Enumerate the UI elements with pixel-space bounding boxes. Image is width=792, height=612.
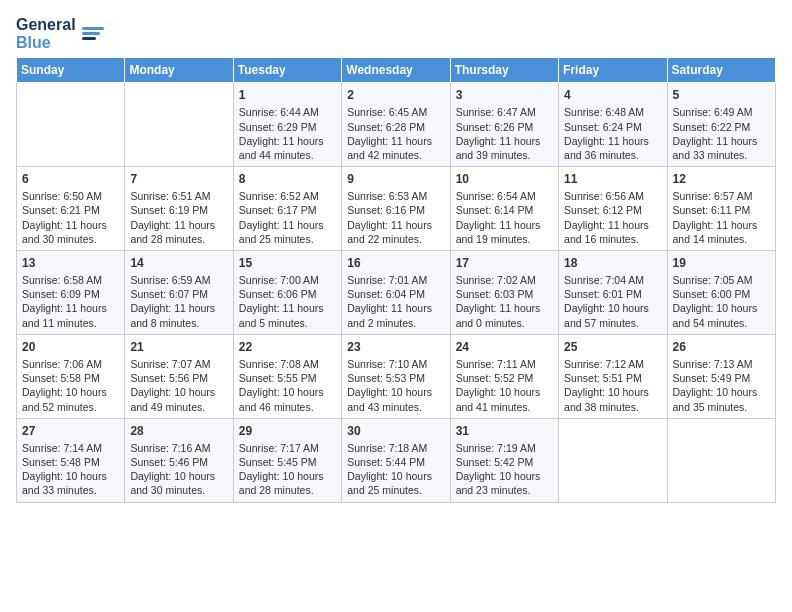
sunset-text: Sunset: 5:44 PM [347,455,444,469]
daylight-text: Daylight: 10 hours and 57 minutes. [564,301,661,329]
sunrise-text: Sunrise: 6:45 AM [347,105,444,119]
calendar-cell: 12Sunrise: 6:57 AMSunset: 6:11 PMDayligh… [667,167,775,251]
sunset-text: Sunset: 6:09 PM [22,287,119,301]
calendar-cell: 5Sunrise: 6:49 AMSunset: 6:22 PMDaylight… [667,83,775,167]
day-number: 10 [456,171,553,187]
sunset-text: Sunset: 5:49 PM [673,371,770,385]
day-number: 6 [22,171,119,187]
calendar-cell: 16Sunrise: 7:01 AMSunset: 6:04 PMDayligh… [342,250,450,334]
sunset-text: Sunset: 6:00 PM [673,287,770,301]
day-number: 19 [673,255,770,271]
calendar-cell: 10Sunrise: 6:54 AMSunset: 6:14 PMDayligh… [450,167,558,251]
day-number: 16 [347,255,444,271]
day-number: 12 [673,171,770,187]
sunset-text: Sunset: 5:55 PM [239,371,336,385]
daylight-text: Daylight: 11 hours and 19 minutes. [456,218,553,246]
sunset-text: Sunset: 5:48 PM [22,455,119,469]
sunrise-text: Sunrise: 7:07 AM [130,357,227,371]
sunset-text: Sunset: 5:58 PM [22,371,119,385]
daylight-text: Daylight: 11 hours and 5 minutes. [239,301,336,329]
sunset-text: Sunset: 5:56 PM [130,371,227,385]
day-number: 11 [564,171,661,187]
day-number: 14 [130,255,227,271]
daylight-text: Daylight: 11 hours and 33 minutes. [673,134,770,162]
sunrise-text: Sunrise: 7:05 AM [673,273,770,287]
calendar-cell: 13Sunrise: 6:58 AMSunset: 6:09 PMDayligh… [17,250,125,334]
sunset-text: Sunset: 6:12 PM [564,203,661,217]
daylight-text: Daylight: 11 hours and 28 minutes. [130,218,227,246]
daylight-text: Daylight: 10 hours and 49 minutes. [130,385,227,413]
sunrise-text: Sunrise: 7:19 AM [456,441,553,455]
daylight-text: Daylight: 11 hours and 16 minutes. [564,218,661,246]
page: General Blue SundayMondayTuesdayWednesda… [0,0,792,612]
calendar-cell: 9Sunrise: 6:53 AMSunset: 6:16 PMDaylight… [342,167,450,251]
calendar-week-row: 20Sunrise: 7:06 AMSunset: 5:58 PMDayligh… [17,334,776,418]
sunset-text: Sunset: 6:19 PM [130,203,227,217]
sunset-text: Sunset: 6:28 PM [347,120,444,134]
sunrise-text: Sunrise: 7:00 AM [239,273,336,287]
day-number: 5 [673,87,770,103]
day-number: 29 [239,423,336,439]
daylight-text: Daylight: 10 hours and 54 minutes. [673,301,770,329]
calendar-cell: 27Sunrise: 7:14 AMSunset: 5:48 PMDayligh… [17,418,125,502]
day-number: 17 [456,255,553,271]
daylight-text: Daylight: 11 hours and 22 minutes. [347,218,444,246]
sunset-text: Sunset: 6:14 PM [456,203,553,217]
sunset-text: Sunset: 6:03 PM [456,287,553,301]
calendar-cell: 19Sunrise: 7:05 AMSunset: 6:00 PMDayligh… [667,250,775,334]
sunrise-text: Sunrise: 7:11 AM [456,357,553,371]
calendar-cell: 22Sunrise: 7:08 AMSunset: 5:55 PMDayligh… [233,334,341,418]
sunrise-text: Sunrise: 7:08 AM [239,357,336,371]
daylight-text: Daylight: 10 hours and 43 minutes. [347,385,444,413]
sunset-text: Sunset: 6:22 PM [673,120,770,134]
calendar-cell: 15Sunrise: 7:00 AMSunset: 6:06 PMDayligh… [233,250,341,334]
calendar-week-row: 27Sunrise: 7:14 AMSunset: 5:48 PMDayligh… [17,418,776,502]
day-number: 3 [456,87,553,103]
day-number: 2 [347,87,444,103]
day-number: 18 [564,255,661,271]
header: General Blue [16,10,776,51]
daylight-text: Daylight: 10 hours and 46 minutes. [239,385,336,413]
calendar-cell: 8Sunrise: 6:52 AMSunset: 6:17 PMDaylight… [233,167,341,251]
day-number: 27 [22,423,119,439]
day-number: 25 [564,339,661,355]
sunrise-text: Sunrise: 7:10 AM [347,357,444,371]
sunset-text: Sunset: 6:17 PM [239,203,336,217]
sunrise-text: Sunrise: 7:02 AM [456,273,553,287]
calendar-cell: 2Sunrise: 6:45 AMSunset: 6:28 PMDaylight… [342,83,450,167]
calendar-cell: 11Sunrise: 6:56 AMSunset: 6:12 PMDayligh… [559,167,667,251]
sunset-text: Sunset: 6:29 PM [239,120,336,134]
calendar-cell: 17Sunrise: 7:02 AMSunset: 6:03 PMDayligh… [450,250,558,334]
daylight-text: Daylight: 11 hours and 14 minutes. [673,218,770,246]
daylight-text: Daylight: 11 hours and 36 minutes. [564,134,661,162]
day-number: 28 [130,423,227,439]
day-number: 26 [673,339,770,355]
calendar-cell: 31Sunrise: 7:19 AMSunset: 5:42 PMDayligh… [450,418,558,502]
sunset-text: Sunset: 6:11 PM [673,203,770,217]
sunrise-text: Sunrise: 6:52 AM [239,189,336,203]
sunrise-text: Sunrise: 6:49 AM [673,105,770,119]
sunset-text: Sunset: 6:24 PM [564,120,661,134]
calendar-cell: 20Sunrise: 7:06 AMSunset: 5:58 PMDayligh… [17,334,125,418]
day-number: 21 [130,339,227,355]
calendar-day-header: Monday [125,58,233,83]
calendar-cell: 18Sunrise: 7:04 AMSunset: 6:01 PMDayligh… [559,250,667,334]
day-number: 24 [456,339,553,355]
daylight-text: Daylight: 11 hours and 39 minutes. [456,134,553,162]
daylight-text: Daylight: 11 hours and 2 minutes. [347,301,444,329]
calendar-cell: 1Sunrise: 6:44 AMSunset: 6:29 PMDaylight… [233,83,341,167]
calendar-week-row: 6Sunrise: 6:50 AMSunset: 6:21 PMDaylight… [17,167,776,251]
logo-text-general: General [16,16,76,34]
calendar-week-row: 13Sunrise: 6:58 AMSunset: 6:09 PMDayligh… [17,250,776,334]
daylight-text: Daylight: 11 hours and 30 minutes. [22,218,119,246]
calendar-cell: 23Sunrise: 7:10 AMSunset: 5:53 PMDayligh… [342,334,450,418]
calendar-cell: 6Sunrise: 6:50 AMSunset: 6:21 PMDaylight… [17,167,125,251]
sunset-text: Sunset: 5:52 PM [456,371,553,385]
sunset-text: Sunset: 6:07 PM [130,287,227,301]
daylight-text: Daylight: 10 hours and 28 minutes. [239,469,336,497]
sunrise-text: Sunrise: 6:51 AM [130,189,227,203]
calendar-cell: 30Sunrise: 7:18 AMSunset: 5:44 PMDayligh… [342,418,450,502]
sunrise-text: Sunrise: 6:44 AM [239,105,336,119]
calendar-cell: 14Sunrise: 6:59 AMSunset: 6:07 PMDayligh… [125,250,233,334]
calendar-day-header: Tuesday [233,58,341,83]
